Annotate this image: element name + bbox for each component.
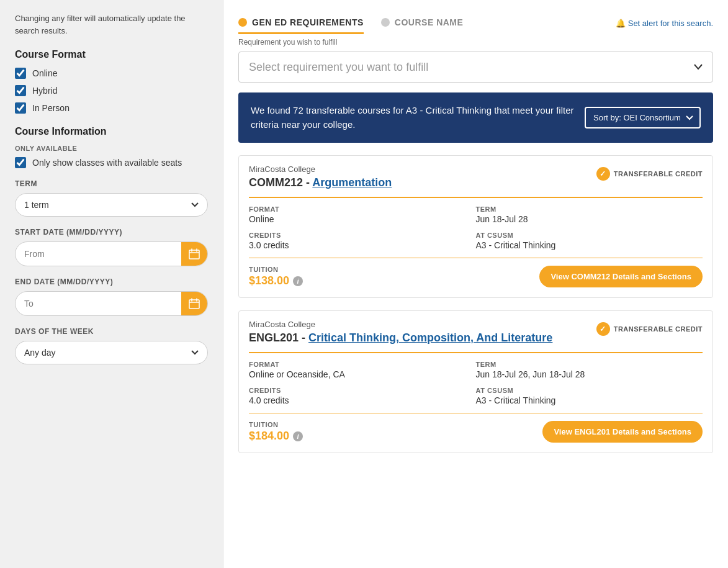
at-field-0: AT CSUSM A3 - Critical Thinking	[476, 232, 703, 250]
tuition-amount-0: $138.00 i	[249, 274, 303, 287]
course-title-link-1[interactable]: Critical Thinking, Composition, And Lite…	[308, 331, 552, 344]
course-title-1: ENGL201 - Critical Thinking, Composition…	[249, 331, 552, 345]
format-field-value-1: Online or Oceanside, CA	[249, 369, 476, 379]
card-footer-1: TUITION $184.00 i View ENGL201 Details a…	[239, 421, 712, 453]
term-field-value-1: Jun 18-Jul 26, Jun 18-Jul 28	[476, 369, 703, 379]
results-text: We found 72 transferable courses for A3 …	[251, 104, 585, 132]
format-field-label-1: FORMAT	[249, 361, 476, 368]
transferable-label-1: TRANSFERABLE CREDIT	[614, 325, 703, 333]
svg-rect-0	[189, 250, 199, 259]
tab-gen-ed[interactable]: GEN ED REQUIREMENTS	[238, 12, 364, 34]
at-field-label-0: AT CSUSM	[476, 232, 703, 239]
view-course-button-1[interactable]: View ENGL201 Details and Sections	[542, 421, 703, 443]
tab-course-name[interactable]: COURSE NAME	[381, 12, 464, 34]
format-label-in_person: In Person	[32, 103, 70, 113]
sidebar-intro: Changing any filter will automatically u…	[15, 12, 208, 37]
transferable-check-icon-1: ✓	[596, 322, 610, 336]
only-available-label: ONLY AVAILABLE	[15, 145, 208, 152]
credits-field-value-1: 4.0 credits	[249, 395, 476, 405]
course-card-1: MiraCosta College ENGL201 - Critical Thi…	[238, 310, 713, 453]
course-title-0: COMM212 - Argumentation	[249, 176, 392, 189]
end-date-calendar-button[interactable]	[181, 292, 207, 315]
transferable-badge-0: ✓ TRANSFERABLE CREDIT	[596, 167, 703, 181]
end-date-label: END DATE (MM/DD/YYYY)	[15, 277, 208, 286]
card-divider-top-0	[249, 197, 703, 198]
card-grid-1: FORMAT Online or Oceanside, CA TERM Jun …	[239, 361, 712, 405]
start-date-label: START DATE (MM/DD/YYYY)	[15, 228, 208, 237]
course-cards: MiraCosta College COMM212 - Argumentatio…	[238, 155, 713, 453]
format-field-1: FORMAT Online or Oceanside, CA	[249, 361, 476, 379]
at-field-label-1: AT CSUSM	[476, 387, 703, 394]
course-title-link-0[interactable]: Argumentation	[312, 176, 392, 189]
card-divider-bottom-0	[249, 258, 703, 258]
format-checkbox-hybrid[interactable]	[15, 85, 26, 96]
format-label-online: Online	[32, 68, 57, 78]
credits-field-1: CREDITS 4.0 credits	[249, 387, 476, 405]
at-field-value-0: A3 - Critical Thinking	[476, 240, 703, 250]
tuition-info-icon-1[interactable]: i	[293, 431, 303, 441]
format-checkbox-online[interactable]	[15, 68, 26, 79]
format-field-0: FORMAT Online	[249, 205, 476, 224]
college-name-1: MiraCosta College	[249, 320, 552, 329]
tabs-row: GEN ED REQUIREMENTS COURSE NAME 🔔 Set al…	[238, 12, 713, 34]
card-footer-0: TUITION $138.00 i View COMM212 Details a…	[239, 266, 712, 297]
course-format-title: Course Format	[15, 49, 208, 60]
format-checkbox-in_person[interactable]	[15, 102, 26, 114]
tuition-label-0: TUITION	[249, 266, 303, 273]
transferable-check-icon-0: ✓	[596, 167, 610, 181]
svg-rect-4	[189, 300, 199, 309]
view-course-button-0[interactable]: View COMM212 Details and Sections	[539, 266, 703, 287]
set-alert-text: Set alert for this search.	[628, 19, 713, 28]
format-field-value-0: Online	[249, 214, 476, 224]
tuition-value-0: $138.00	[249, 274, 289, 287]
course-information-section: Course Information ONLY AVAILABLE Only s…	[15, 126, 208, 168]
tuition-value-1: $184.00	[249, 430, 289, 443]
at-field-1: AT CSUSM A3 - Critical Thinking	[476, 387, 703, 405]
format-row-online: Online	[15, 68, 208, 79]
tuition-info-icon-0[interactable]: i	[293, 276, 303, 286]
only-available-row: Only show classes with available seats	[15, 157, 208, 168]
card-header-1: MiraCosta College ENGL201 - Critical Thi…	[239, 311, 712, 345]
only-available-checkbox[interactable]	[15, 157, 26, 168]
card-divider-bottom-1	[249, 413, 703, 413]
sort-dropdown[interactable]: Sort by: OEI Consortium Sort by: Distanc…	[585, 107, 701, 128]
end-date-row	[15, 291, 208, 316]
tab-gen-ed-label: GEN ED REQUIREMENTS	[252, 17, 364, 27]
set-alert-link[interactable]: 🔔 Set alert for this search.	[616, 19, 713, 28]
course-card-0: MiraCosta College COMM212 - Argumentatio…	[238, 155, 713, 298]
transferable-badge-1: ✓ TRANSFERABLE CREDIT	[596, 322, 703, 336]
tab-gen-ed-dot	[238, 18, 247, 27]
main-content: GEN ED REQUIREMENTS COURSE NAME 🔔 Set al…	[223, 0, 728, 568]
start-date-row	[15, 241, 208, 266]
course-format-options: Online Hybrid In Person	[15, 68, 208, 114]
start-date-input[interactable]	[16, 243, 181, 265]
transferable-label-0: TRANSFERABLE CREDIT	[614, 170, 703, 178]
sidebar: Changing any filter will automatically u…	[0, 0, 223, 568]
term-field-0: TERM Jun 18-Jul 28	[476, 205, 703, 224]
college-name-0: MiraCosta College	[249, 165, 392, 174]
term-field-1: TERM Jun 18-Jul 26, Jun 18-Jul 28	[476, 361, 703, 379]
card-divider-top-1	[249, 352, 703, 353]
tuition-section-0: TUITION $138.00 i	[249, 266, 303, 287]
term-field-label-1: TERM	[476, 361, 703, 368]
tab-course-name-dot	[381, 18, 390, 27]
start-date-calendar-button[interactable]	[181, 242, 207, 266]
card-left-1: MiraCosta College ENGL201 - Critical Thi…	[249, 320, 552, 345]
format-field-label-0: FORMAT	[249, 205, 476, 213]
credits-field-label-1: CREDITS	[249, 387, 476, 394]
term-field-label-0: TERM	[476, 205, 703, 213]
credits-field-0: CREDITS 3.0 credits	[249, 232, 476, 250]
bell-icon: 🔔	[616, 19, 626, 28]
course-information-title: Course Information	[15, 126, 208, 137]
end-date-input[interactable]	[16, 292, 181, 315]
card-header-0: MiraCosta College COMM212 - Argumentatio…	[239, 156, 712, 189]
term-dropdown[interactable]: 1 term 2 terms 3 terms	[15, 193, 208, 217]
credits-field-label-0: CREDITS	[249, 232, 476, 239]
at-field-value-1: A3 - Critical Thinking	[476, 395, 703, 405]
requirement-dropdown[interactable]: Select requirement you want to fulfill	[238, 52, 713, 83]
tuition-section-1: TUITION $184.00 i	[249, 421, 303, 443]
days-of-week-dropdown[interactable]: Any day Monday Tuesday Wednesday Thursda…	[15, 341, 208, 364]
days-of-week-label: DAYS OF THE WEEK	[15, 327, 208, 336]
card-left-0: MiraCosta College COMM212 - Argumentatio…	[249, 165, 392, 189]
tab-course-name-label: COURSE NAME	[395, 17, 464, 27]
